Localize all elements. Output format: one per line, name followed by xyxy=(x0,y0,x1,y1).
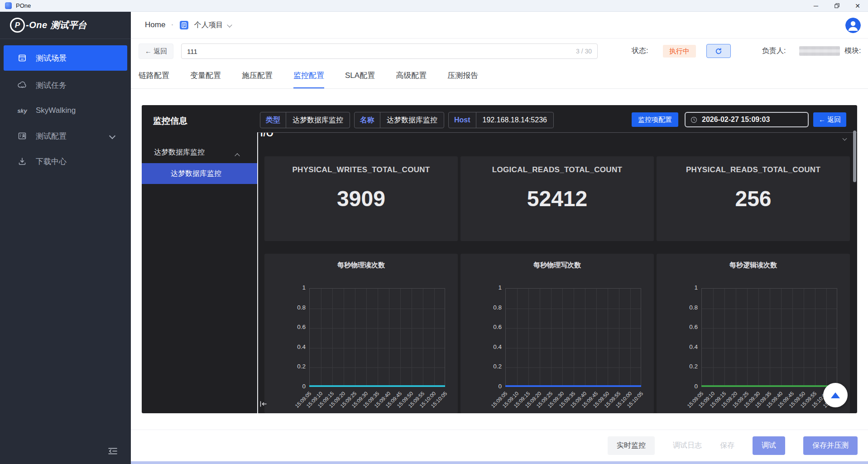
datetime-picker[interactable]: 2026-02-27 15:09:03 xyxy=(685,112,809,127)
scroll-hint-chevron-icon xyxy=(843,134,846,142)
window-title: POne xyxy=(16,2,31,9)
sidebar-menu: 测试场景测试任务skySkyWalking测试配置下载中心 xyxy=(0,39,131,172)
close-button[interactable]: ✕ xyxy=(847,0,868,11)
debug-button[interactable]: 调试 xyxy=(753,436,785,455)
back-button[interactable]: ← 返回 xyxy=(139,44,173,59)
y-tick-label: 1 xyxy=(284,284,306,291)
app-icon xyxy=(5,2,12,9)
page-header: Home · 个人项目 xyxy=(131,12,868,39)
chevron-down-icon xyxy=(109,133,115,139)
tab-sla[interactable]: SLA配置 xyxy=(345,63,375,88)
y-tick-label: 0 xyxy=(676,383,698,390)
y-tick-label: 0.8 xyxy=(284,304,306,311)
filter-type: 类型达梦数据库监控 xyxy=(260,112,350,128)
scene-icon xyxy=(16,53,28,63)
clock-icon xyxy=(691,116,697,123)
section-label-clipped: I/O xyxy=(260,133,292,139)
breadcrumb-home[interactable]: Home xyxy=(145,20,165,29)
sidebar-item-tasks[interactable]: 测试任务 xyxy=(4,74,127,96)
sidebar-item-scenes[interactable]: 测试场景 xyxy=(4,45,127,71)
up-triangle-icon xyxy=(831,392,840,398)
chart-card-row: 每秒物理读次数00.20.40.60.8115:09:0515:09:1015:… xyxy=(264,254,850,413)
series-line xyxy=(701,288,837,387)
sidebar-collapse-icon[interactable] xyxy=(108,447,118,457)
module-label: 模块: xyxy=(844,39,861,63)
filter-label: Host xyxy=(449,112,476,128)
avatar[interactable] xyxy=(845,18,861,33)
minimize-button[interactable]: ─ xyxy=(806,0,826,11)
status-badge: 执行中 xyxy=(663,45,696,58)
chart-card: 每秒物理读次数00.20.40.60.8115:09:0515:09:1015:… xyxy=(264,254,458,413)
tab-variable[interactable]: 变量配置 xyxy=(190,63,221,88)
refresh-icon xyxy=(715,48,722,55)
chevron-down-icon[interactable] xyxy=(227,22,232,27)
app-logo: P -One 测试平台 xyxy=(0,12,131,39)
restore-button[interactable] xyxy=(826,0,847,11)
monitor-item-config-button[interactable]: 监控项配置 xyxy=(632,112,678,127)
config-tabs: 链路配置变量配置施压配置监控配置SLA配置高级配置压测报告 xyxy=(131,63,868,89)
stat-card-value: 52412 xyxy=(460,186,654,211)
monitor-sub-item-selected[interactable]: 达梦数据库监控 xyxy=(142,163,257,184)
panel-vertical-divider xyxy=(257,132,258,413)
bottom-edge-strip xyxy=(131,461,868,464)
save-and-test-button[interactable]: 保存并压测 xyxy=(803,436,858,455)
y-tick-label: 0.6 xyxy=(284,324,306,330)
panel-scrollbar-thumb[interactable] xyxy=(853,130,856,182)
y-tick-label: 0 xyxy=(480,383,502,390)
y-tick-label: 0.2 xyxy=(284,363,306,370)
scene-name-input[interactable]: 111 3 / 30 xyxy=(181,44,598,59)
char-counter: 3 / 30 xyxy=(576,48,592,55)
restore-icon xyxy=(834,3,839,8)
sidebar-item-skywalking[interactable]: skySkyWalking xyxy=(4,100,127,121)
tab-report[interactable]: 压测报告 xyxy=(447,63,478,88)
y-tick-label: 0.2 xyxy=(480,363,502,370)
chart-title: 每秒物理读次数 xyxy=(264,254,458,270)
tab-monitor[interactable]: 监控配置 xyxy=(293,63,324,88)
filter-name: 名称达梦数据库监控 xyxy=(354,112,444,128)
sidebar-item-label: 测试场景 xyxy=(36,53,67,63)
scene-name-value: 111 xyxy=(187,48,197,55)
logo-p-icon: P xyxy=(10,18,25,33)
tab-pressure[interactable]: 施压配置 xyxy=(242,63,273,88)
stat-card-title: PHYSICAL_WRITES_TOTAL_COUNT xyxy=(264,165,458,174)
stat-card-row: PHYSICAL_WRITES_TOTAL_COUNT3909LOGICAL_R… xyxy=(264,156,850,241)
tab-advanced[interactable]: 高级配置 xyxy=(396,63,427,88)
chart-title: 每秒物理写次数 xyxy=(460,254,654,270)
save-button[interactable]: 保存 xyxy=(720,441,734,450)
chart-card: 每秒逻辑读次数00.20.40.60.8115:09:0515:09:1015:… xyxy=(657,254,850,413)
refresh-button[interactable] xyxy=(706,44,731,58)
sidebar-item-download[interactable]: 下载中心 xyxy=(4,150,127,172)
logo-suffix: 测试平台 xyxy=(51,19,87,31)
debug-log-button[interactable]: 调试日志 xyxy=(673,441,702,450)
back-to-top-button[interactable] xyxy=(823,383,848,407)
stat-card: LOGICAL_READS_TOTAL_COUNT52412 xyxy=(460,156,654,241)
panel-back-button[interactable]: ← 返回 xyxy=(813,112,846,127)
chevron-up-icon[interactable] xyxy=(235,151,239,160)
y-tick-label: 0 xyxy=(284,383,306,390)
sidebar-item-label: 下载中心 xyxy=(36,156,67,167)
stat-card: PHYSICAL_WRITES_TOTAL_COUNT3909 xyxy=(264,156,458,241)
window-titlebar: POne ─ ✕ xyxy=(0,0,868,12)
realtime-monitor-button[interactable]: 实时监控 xyxy=(608,436,655,455)
monitor-info-title: 监控信息 xyxy=(153,115,187,127)
sidebar-item-config[interactable]: 测试配置 xyxy=(4,125,127,147)
filter-value: 达梦数据库监控 xyxy=(380,112,444,128)
filter-value: 达梦数据库监控 xyxy=(286,112,350,128)
y-tick-label: 0.4 xyxy=(676,343,698,350)
cloud-icon xyxy=(16,81,28,90)
monitor-filter-bar: 类型达梦数据库监控名称达梦数据库监控Host192.168.18.14:5236 xyxy=(260,112,554,128)
scene-toolbar: ← 返回 111 3 / 30 状态: 执行中 负责人: 模块: xyxy=(131,39,868,63)
datetime-value: 2026-02-27 15:09:03 xyxy=(702,116,770,124)
project-selector[interactable]: 个人项目 xyxy=(194,20,223,30)
sky-icon: sky xyxy=(16,107,28,114)
filter-host: Host192.168.18.14:5236 xyxy=(448,112,554,128)
filter-label: 名称 xyxy=(355,112,380,128)
y-tick-label: 0.4 xyxy=(284,343,306,350)
collapse-subpanel-icon[interactable] xyxy=(259,401,267,409)
monitor-group-item[interactable]: 达梦数据库监控 xyxy=(154,148,205,157)
sidebar-item-label: 测试配置 xyxy=(36,131,67,141)
tab-link[interactable]: 链路配置 xyxy=(139,63,169,88)
download-icon xyxy=(16,157,28,166)
y-tick-label: 0.8 xyxy=(480,304,502,311)
app-window: POne ─ ✕ P -One 测试平台 测试场景测试任务skySkyWalki… xyxy=(0,0,868,464)
